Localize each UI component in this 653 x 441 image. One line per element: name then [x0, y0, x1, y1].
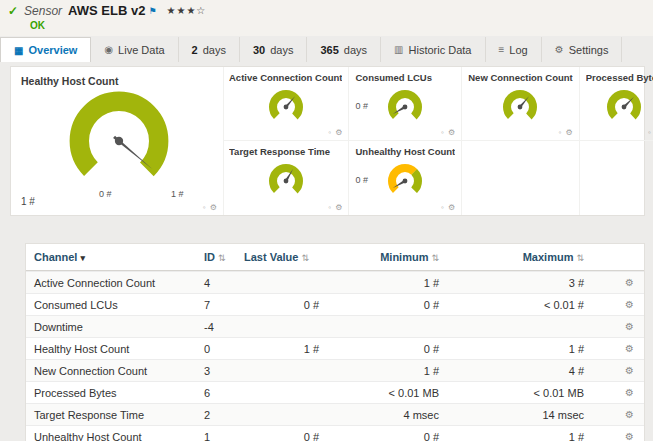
small-gauge [383, 85, 427, 129]
channel-settings-icon[interactable]: ⚙ [584, 299, 644, 310]
channel-settings-icon[interactable]: ⚙ [584, 277, 644, 288]
tab-settings[interactable]: ⚙ Settings [542, 37, 623, 62]
tab-2-days[interactable]: 2 days [179, 37, 240, 62]
gauge-new-connection-count: New Connection Count ◦ ⚙ [461, 67, 579, 141]
gauge-scale-max: 1 # [171, 189, 184, 199]
table-row[interactable]: New Connection Count 3 1 # 4 # ⚙ [26, 359, 644, 381]
gauge-cell-empty [579, 141, 653, 215]
channel-name[interactable]: Downtime [26, 321, 204, 333]
table-row[interactable]: Consumed LCUs 7 0 # 0 # < 0.01 # ⚙ [26, 293, 644, 315]
col-id[interactable]: ID⇅ [204, 251, 244, 263]
channel-name[interactable]: Healthy Host Count [26, 343, 204, 355]
gauge-settings-icon[interactable]: ⚙ [448, 128, 456, 137]
gauge-target-response-time: Target Response Time ◦ ⚙ [223, 141, 348, 215]
small-gauge [498, 85, 542, 129]
gauge-settings-icon[interactable]: ⚙ [448, 203, 456, 212]
gauge-settings-icon[interactable]: ⚙ [335, 203, 343, 212]
table-row[interactable]: Processed Bytes 6 < 0.01 MB < 0.01 MB ⚙ [26, 381, 644, 403]
gauge-dot-icon[interactable]: ◦ [328, 128, 332, 137]
tab-historic-data[interactable]: ▥ Historic Data [381, 37, 485, 62]
gauge-dot-icon[interactable]: ◦ [441, 203, 445, 212]
sort-icon: ⇅ [576, 253, 584, 263]
big-gauge [59, 81, 179, 201]
gauge-dot-icon[interactable]: ◦ [328, 203, 332, 212]
table-row[interactable]: Unhealthy Host Count 1 0 # 0 # 1 # ⚙ [26, 425, 644, 441]
channel-settings-icon[interactable]: ⚙ [584, 387, 644, 398]
channel-settings-icon[interactable]: ⚙ [584, 321, 644, 332]
page-title: AWS ELB v2 [68, 3, 145, 18]
gauges-panel: Healthy Host Count 0 # 1 # 1 # ◦ ⚙ Activ… [10, 66, 645, 216]
gauge-scale-min: 0 # [99, 189, 112, 199]
tab-live-data[interactable]: ◉ Live Data [91, 37, 178, 62]
sort-icon: ⇅ [431, 253, 439, 263]
tab-bar: ▦ Overview ◉ Live Data 2 days 30 days 36… [0, 37, 653, 62]
gauge-consumed-lcus: Consumed LCUs 0 # ◦ ⚙ [348, 67, 461, 141]
channel-name[interactable]: Unhealthy Host Count [26, 431, 204, 441]
gauge-dot-icon[interactable]: ◦ [648, 128, 652, 137]
gauge-settings-icon[interactable]: ⚙ [335, 128, 343, 137]
channel-settings-icon[interactable]: ⚙ [584, 365, 644, 376]
channel-settings-icon[interactable]: ⚙ [584, 431, 644, 441]
col-minimum[interactable]: Minimum⇅ [319, 251, 439, 263]
small-gauge [264, 85, 308, 129]
log-icon: ≡ [499, 44, 505, 55]
small-gauge-warning [383, 159, 427, 203]
channel-name[interactable]: New Connection Count [26, 365, 204, 377]
gauge-active-connection-count: Active Connection Count ◦ ⚙ [223, 67, 348, 141]
channel-settings-icon[interactable]: ⚙ [584, 343, 644, 354]
gauge-settings-icon[interactable]: ⚙ [210, 203, 218, 212]
tab-30-days[interactable]: 30 days [240, 37, 308, 62]
col-maximum[interactable]: Maximum⇅ [439, 251, 584, 263]
gauge-healthy-host-count: Healthy Host Count 0 # 1 # 1 # ◦ ⚙ [11, 67, 224, 215]
gear-icon: ⚙ [555, 44, 564, 55]
gauge-value: 0 # [355, 175, 368, 185]
gauge-dot-icon[interactable]: ◦ [203, 203, 207, 212]
historic-data-icon: ▥ [394, 44, 403, 55]
flag-icon: ⚑ [148, 6, 156, 16]
gauge-processed-bytes: Processed Bytes ◦ ⚙ [579, 67, 653, 141]
gauge-cell-empty [461, 141, 579, 215]
table-header: Channel▾ ID⇅ Last Value⇅ Minimum⇅ Maximu… [26, 244, 644, 271]
small-gauges-grid: Active Connection Count ◦ ⚙ Consumed LCU… [223, 67, 644, 215]
channel-table: Channel▾ ID⇅ Last Value⇅ Minimum⇅ Maximu… [25, 243, 645, 441]
channel-name[interactable]: Target Response Time [26, 409, 204, 421]
col-channel[interactable]: Channel▾ [26, 251, 204, 263]
tab-365-days[interactable]: 365 days [307, 37, 381, 62]
overview-icon: ▦ [14, 45, 23, 56]
channel-name[interactable]: Processed Bytes [26, 387, 204, 399]
small-gauge [264, 159, 308, 203]
status-badge: OK [30, 20, 645, 31]
col-last-value[interactable]: Last Value⇅ [244, 251, 319, 263]
table-row[interactable]: Target Response Time 2 4 msec 14 msec ⚙ [26, 403, 644, 425]
small-gauge [602, 85, 646, 129]
channel-name[interactable]: Active Connection Count [26, 277, 204, 289]
gauge-settings-icon[interactable]: ⚙ [566, 128, 574, 137]
sort-desc-icon: ▾ [80, 253, 85, 263]
gauge-unhealthy-host-count: Unhealthy Host Count 0 # ◦ ⚙ [348, 141, 461, 215]
tab-overview[interactable]: ▦ Overview [0, 37, 91, 62]
gauge-dot-icon[interactable]: ◦ [441, 128, 445, 137]
gauge-dot-icon[interactable]: ◦ [558, 128, 562, 137]
gauge-value: 0 # [355, 101, 368, 111]
tab-log[interactable]: ≡ Log [486, 37, 542, 62]
status-check-icon: ✓ [8, 4, 18, 18]
table-row[interactable]: Healthy Host Count 0 1 # 0 # 1 # ⚙ [26, 337, 644, 359]
priority-stars[interactable]: ★★★☆ [166, 5, 206, 16]
channel-name[interactable]: Consumed LCUs [26, 299, 204, 311]
table-row[interactable]: Downtime -4 ⚙ [26, 315, 644, 337]
sort-icon: ⇅ [301, 253, 309, 263]
live-data-icon: ◉ [104, 44, 113, 55]
sensor-header: ✓ Sensor AWS ELB v2 ⚑ ★★★☆ OK [0, 0, 653, 36]
channel-settings-icon[interactable]: ⚙ [584, 409, 644, 420]
gauge-value: 1 # [21, 196, 35, 207]
sort-icon: ⇅ [218, 253, 226, 263]
sensor-type-label: Sensor [24, 4, 62, 18]
table-row[interactable]: Active Connection Count 4 1 # 3 # ⚙ [26, 271, 644, 293]
